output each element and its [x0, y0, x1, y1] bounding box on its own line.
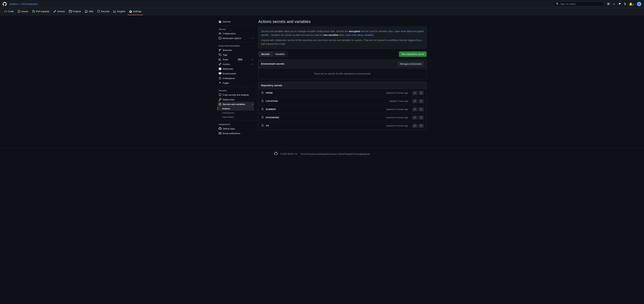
- pr-icon[interactable]: ⇅: [624, 2, 626, 6]
- lock-icon: [261, 116, 264, 119]
- sidebar-actions-label: Actions: [223, 63, 230, 65]
- edit-secret-button[interactable]: [412, 91, 418, 95]
- delete-secret-button[interactable]: [418, 91, 424, 95]
- sidebar-environments-label: Environments: [223, 72, 236, 75]
- footer-link[interactable]: About: [364, 153, 370, 155]
- sidebar-collaborators-label: Collaborators: [223, 32, 236, 35]
- footer-link[interactable]: Security: [312, 153, 320, 155]
- sidebar-item-collaborators[interactable]: Collaborators: [217, 31, 254, 36]
- search-placeholder: Type / to search: [560, 3, 576, 5]
- repository-secrets-section: Repository secrets FROM Updated 53 minut…: [258, 82, 427, 130]
- desc-line6: Anyone with collaborator access to this …: [261, 39, 422, 45]
- sidebar-item-secrets-variables[interactable]: Secrets and variables ▴: [217, 102, 254, 107]
- sidebar-item-deploy-keys[interactable]: Deploy keys: [217, 97, 254, 102]
- sidebar-item-branches[interactable]: Branches: [217, 48, 254, 52]
- repository-secrets-header: Repository secrets: [258, 82, 426, 89]
- sidebar-item-github-apps[interactable]: GitHub Apps: [217, 126, 254, 131]
- edit-secret-button[interactable]: [412, 124, 418, 128]
- sidebar-item-tags[interactable]: Tags: [217, 52, 254, 57]
- repo-nav: Code Issues Pull requests Actions Projec…: [0, 8, 644, 15]
- footer-link[interactable]: API: [350, 153, 353, 155]
- secret-actions: [412, 91, 424, 95]
- learn-more-variables-link[interactable]: Learn more about variables: [345, 34, 374, 36]
- secret-actions: [412, 107, 424, 111]
- footer-link[interactable]: Pricing: [344, 153, 350, 155]
- sidebar-webhooks-label: Webhooks: [223, 68, 233, 70]
- tab-security[interactable]: Security: [96, 8, 111, 15]
- footer-links: TermsPrivacySecurityStatusDocsContact Gi…: [300, 152, 370, 155]
- sidebar-item-actions[interactable]: Actions ▾: [217, 62, 254, 66]
- new-repository-secret-button[interactable]: New repository secret: [399, 51, 427, 57]
- delete-secret-button[interactable]: [418, 116, 424, 120]
- tab-wiki[interactable]: Wiki: [83, 8, 95, 15]
- plus-icon[interactable]: ＋: [613, 2, 616, 6]
- sidebar-section-security: Security: [217, 88, 254, 92]
- github-logo[interactable]: [3, 2, 7, 6]
- sidebar-general-label: General: [223, 20, 230, 23]
- sidebar-tags-label: Tags: [223, 54, 227, 56]
- footer-logo: [274, 152, 278, 156]
- tab-projects[interactable]: Projects: [67, 8, 83, 15]
- sidebar-item-webhooks[interactable]: Webhooks: [217, 66, 254, 71]
- sidebar-subitem-actions[interactable]: Actions: [217, 107, 254, 111]
- sidebar-subitem-dependabot[interactable]: Dependabot: [217, 115, 254, 119]
- footer-link[interactable]: Blog: [360, 153, 364, 155]
- sidebar-item-codespaces[interactable]: Codespaces: [217, 76, 254, 81]
- edit-secret-button[interactable]: [412, 116, 418, 120]
- sidebar-item-pages[interactable]: Pages: [217, 81, 254, 85]
- command-icon[interactable]: ⌘: [607, 2, 610, 6]
- tab-actions[interactable]: Actions: [52, 8, 66, 15]
- environment-secrets-header: Environment secrets Manage environments: [258, 60, 426, 68]
- page-title: Actions secrets and variables: [258, 19, 427, 24]
- repository-secrets-title: Repository secrets: [261, 84, 282, 87]
- sidebar-item-code-security[interactable]: Code security and analysis: [217, 92, 254, 97]
- tab-code[interactable]: Code: [3, 8, 15, 15]
- secret-actions: [412, 124, 424, 128]
- lock-icon: [261, 91, 264, 95]
- sidebar-codespaces-label: Codespaces: [223, 77, 235, 80]
- secrets-list: FROM Updated 53 minutes ago LOCATION Upd…: [258, 89, 426, 130]
- manage-environments-button[interactable]: Manage environments: [398, 62, 424, 66]
- delete-secret-button[interactable]: [418, 107, 424, 111]
- tab-variables[interactable]: Variables: [272, 52, 288, 57]
- sidebar-item-general[interactable]: General: [217, 19, 254, 24]
- footer-link[interactable]: Training: [353, 153, 360, 155]
- footer-link[interactable]: Docs: [326, 153, 330, 155]
- search-icon: 🔍: [556, 3, 559, 5]
- sidebar-subitem-codespaces[interactable]: Codespaces: [217, 111, 254, 115]
- sidebar-item-rules[interactable]: Rules Beta ▾: [217, 57, 254, 62]
- tab-pull-requests[interactable]: Pull requests: [30, 8, 51, 15]
- desc-line2: and are used for sensitive data.: [361, 30, 394, 33]
- bell-icon[interactable]: 🔔: [629, 2, 634, 6]
- footer-link[interactable]: Contact GitHub: [330, 153, 344, 155]
- secret-updated: Updated 43 minutes ago: [386, 125, 408, 127]
- footer-link[interactable]: Privacy: [306, 153, 312, 155]
- desc-encrypted: encrypted: [349, 30, 360, 33]
- repo-link[interactable]: CEACStatusBot: [21, 3, 38, 5]
- footer-link[interactable]: Terms: [300, 153, 306, 155]
- org-link[interactable]: Andision: [10, 3, 18, 5]
- tab-settings[interactable]: Settings: [128, 8, 143, 15]
- desc-period: .: [374, 34, 375, 36]
- edit-secret-button[interactable]: [412, 99, 418, 103]
- search-bar[interactable]: 🔍 Type / to search: [554, 2, 604, 6]
- sidebar-secrets-label: Secrets and variables: [223, 103, 245, 106]
- secret-name: NUMBER: [266, 108, 384, 111]
- footer-link[interactable]: Status: [320, 153, 326, 155]
- avatar[interactable]: A: [637, 2, 641, 6]
- tab-insights[interactable]: Insights: [112, 8, 127, 15]
- tab-secrets[interactable]: Secrets: [258, 52, 272, 57]
- tab-issues[interactable]: Issues: [16, 8, 30, 15]
- sidebar-item-email-notifications[interactable]: Email notifications: [217, 131, 254, 136]
- desc-line3: . Variables are shown as plain text and …: [269, 34, 323, 36]
- chevron-down-icon-rules: ▾: [252, 59, 253, 60]
- secret-actions: [412, 116, 424, 120]
- sidebar-item-environments[interactable]: Environments: [217, 71, 254, 76]
- edit-secret-button[interactable]: [412, 107, 418, 111]
- sidebar-codespaces-sub-label: Codespaces: [222, 112, 234, 114]
- delete-secret-button[interactable]: [418, 124, 424, 128]
- rules-badge: Beta: [237, 58, 243, 61]
- delete-secret-button[interactable]: [418, 99, 424, 103]
- issue-icon[interactable]: ⚑: [618, 2, 621, 6]
- sidebar-item-moderation[interactable]: Moderation options ▾: [217, 36, 254, 40]
